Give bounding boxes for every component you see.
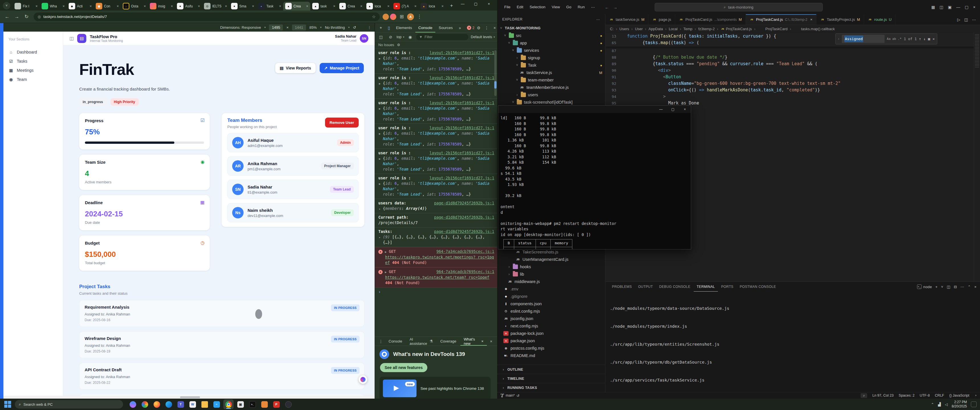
source-link[interactable]: layout-2b156cef1691cd27.js:1 xyxy=(429,150,494,156)
profile-avatar[interactable]: A xyxy=(407,13,414,20)
minimize-icon[interactable]: — xyxy=(956,5,960,10)
close-icon[interactable]: × xyxy=(225,4,227,8)
tree-item[interactable]: ˅src● xyxy=(497,32,605,39)
horizontal-scrollbar[interactable] xyxy=(3,396,375,399)
browser-tab[interactable]: Con× xyxy=(94,2,121,11)
panel-tab[interactable]: PROBLEMS xyxy=(609,282,635,292)
error-url-link[interactable]: https://taskpro.twinstack.net/team? rsc=… xyxy=(385,275,490,280)
tree-item[interactable]: ˅TASK-MONITORING xyxy=(497,24,605,32)
remove-user-button[interactable]: Remove User xyxy=(325,118,359,127)
console-entry[interactable]: user role is :layout-2b156cef1691cd27.js… xyxy=(375,149,497,174)
browser-tab[interactable]: Crea× xyxy=(283,2,310,11)
device-width-input[interactable]: 1495 xyxy=(269,24,283,30)
console-entry[interactable]: Current path:page-d1d8d79245f2692b.js:1 … xyxy=(375,213,497,227)
section-running-tasks[interactable]: ›RUNNING TASKS xyxy=(497,383,605,392)
tree-item[interactable]: ›lib xyxy=(497,270,605,278)
browser-tab[interactable]: Crea× xyxy=(337,2,364,11)
tree-item[interactable]: middleware.js xyxy=(497,278,605,285)
eye-icon[interactable]: ◉ xyxy=(407,33,414,41)
browser-tab[interactable]: Sma× xyxy=(229,2,256,11)
member-row[interactable]: Ns Naim sheikhdev11@example.com Develope… xyxy=(228,203,359,222)
tree-item[interactable]: UserManagementCard.js xyxy=(497,256,605,263)
drawer-menu-icon[interactable]: ⋮ xyxy=(377,338,385,345)
member-row[interactable]: AH Asiful Haqueadm1@example.com Admin xyxy=(228,133,359,153)
close-icon[interactable]: × xyxy=(387,4,390,8)
menu-item[interactable]: Selection xyxy=(527,4,548,11)
bookmark-star-icon[interactable]: ☆ xyxy=(372,14,376,19)
tree-item[interactable]: ˅Task● xyxy=(497,62,605,69)
close-panel-icon[interactable]: × xyxy=(974,285,977,289)
close-icon[interactable]: × xyxy=(679,106,691,113)
find-toggles[interactable]: Aaab.* xyxy=(887,36,902,42)
task-card[interactable]: Wireframe Design Assigned to: Anika Rahm… xyxy=(79,331,364,358)
panel-tab[interactable]: POSTMAN CONSOLE xyxy=(737,282,779,292)
split-editor-icon[interactable]: ◫ xyxy=(964,17,968,22)
sidebar-collapse-icon[interactable]: ◫ xyxy=(70,36,74,41)
close-icon[interactable]: × xyxy=(35,4,38,8)
find-close-icon[interactable]: × xyxy=(932,36,935,42)
console-sidebar-icon[interactable]: ◫ xyxy=(377,33,385,41)
find-in-selection-icon[interactable]: ▣ xyxy=(928,36,930,42)
drawer-tab-console[interactable]: Console xyxy=(385,337,406,346)
context-select[interactable]: top▾ xyxy=(396,35,404,39)
editor-tab[interactable]: page.js xyxy=(648,14,675,25)
source-link[interactable]: layout-2b156cef1691cd27.js:1 xyxy=(429,125,494,131)
browser-tab[interactable]: (7) A× xyxy=(391,2,418,11)
close-icon[interactable]: × xyxy=(810,17,813,22)
menu-item[interactable]: Go xyxy=(564,4,574,11)
menu-item[interactable]: ⋯ xyxy=(588,4,597,11)
close-icon[interactable]: × xyxy=(306,4,308,8)
tree-item[interactable]: ›hooks xyxy=(497,263,605,270)
browser-tab[interactable]: loca× xyxy=(418,2,445,11)
menu-item[interactable]: Edit xyxy=(514,4,526,11)
editor-tab[interactable]: ProjTaskCard.jsC:\..\fz3temp-2× xyxy=(746,14,816,25)
cursor-position[interactable]: Ln 97, Col 23 xyxy=(872,394,893,397)
device-throttle-select[interactable]: No throttling xyxy=(325,25,345,30)
view-reports-button[interactable]: ▤View Reports xyxy=(275,63,316,73)
close-icon[interactable]: × xyxy=(481,339,484,343)
console-scrollbar[interactable] xyxy=(494,51,496,96)
indentation[interactable]: Spaces: 2 xyxy=(899,394,915,397)
source-link[interactable]: layout-2b156cef1691cd27.js:1 xyxy=(429,175,494,181)
panel-tab[interactable]: PORTS xyxy=(718,282,737,292)
eol[interactable]: CRLF xyxy=(935,394,944,397)
new-tab-button[interactable]: + xyxy=(448,2,455,10)
settings-gear-icon[interactable]: ⚙ xyxy=(475,24,482,32)
breadcrumb-item[interactable]: Users xyxy=(614,27,629,31)
breadcrumb-item[interactable]: Temp xyxy=(678,27,692,31)
editor-tab[interactable]: ProjTaskCard.js...\componentsM xyxy=(675,14,746,25)
breadcrumb[interactable]: C:UsersUserAppDataLocalTempfz3temp-2Proj… xyxy=(605,25,980,32)
taskbar-app-icon[interactable] xyxy=(127,399,138,409)
drawer-tab-whatsnew[interactable]: What's new× xyxy=(460,337,487,346)
source-link[interactable]: layout-2b156cef1691cd27.js:1 xyxy=(429,75,494,81)
close-icon[interactable]: × xyxy=(441,4,444,8)
browser-menu-icon[interactable]: ⋮ xyxy=(415,13,424,21)
reload-icon[interactable]: ↻ xyxy=(22,13,31,21)
nav-back-icon[interactable]: ← xyxy=(605,5,609,10)
tree-item[interactable]: ˅team-member xyxy=(497,76,605,84)
source-link[interactable]: 964-7a34cadcb7695cec.js:1 xyxy=(436,249,494,254)
source-link[interactable]: 964-7a34cadcb7695cec.js:1 xyxy=(436,269,494,275)
tree-item[interactable]: teamMemberService.js xyxy=(497,84,605,91)
close-icon[interactable]: × xyxy=(279,4,281,8)
breadcrumb-item[interactable]: ProjTaskCard.js xyxy=(715,25,752,32)
maximize-icon[interactable]: ▢ xyxy=(667,106,679,113)
floating-terminal-window[interactable]: — ▢ × ld] 160 B 99.8 kB 160 B 99.8 kB 16… xyxy=(498,105,691,249)
source-link[interactable]: page-d1d8d79245f2692b.js:1 xyxy=(434,200,494,206)
tree-item[interactable]: ›users xyxy=(497,91,605,99)
maximize-icon[interactable]: ▢ xyxy=(965,5,969,10)
floating-widget-icon[interactable] xyxy=(359,375,367,384)
taskbar-app-icon[interactable] xyxy=(212,399,222,409)
section-timeline[interactable]: ›TIMELINE xyxy=(497,374,605,383)
extension-icon[interactable] xyxy=(390,14,396,20)
minimize-icon[interactable]: — xyxy=(655,106,667,113)
tree-item[interactable]: ›signup xyxy=(497,54,605,62)
menu-item[interactable]: View xyxy=(549,4,563,11)
see-all-features-button[interactable]: See all new features xyxy=(380,363,427,372)
issues-label[interactable]: No Issues xyxy=(378,43,394,47)
editor-tab[interactable]: TaskByProject.jsM xyxy=(816,14,864,25)
panel-tab[interactable]: OUTPUT xyxy=(635,282,656,292)
forward-icon[interactable]: → xyxy=(13,13,21,21)
terminal-shell-select[interactable]: >_node xyxy=(917,284,932,289)
browser-tab[interactable]: Fix I× xyxy=(13,2,40,11)
